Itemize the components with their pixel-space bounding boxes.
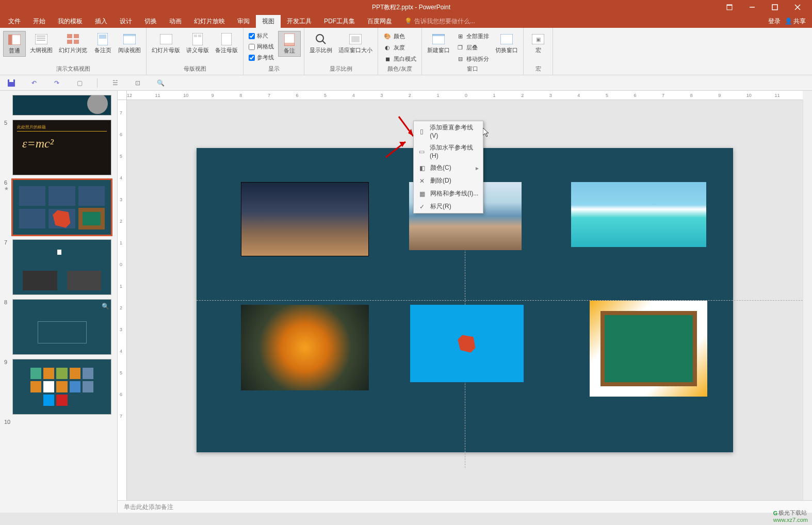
context-ruler[interactable]: ✓ 标尺(R) xyxy=(414,200,483,213)
notes-button[interactable]: 备注 xyxy=(278,31,301,57)
tab-transitions[interactable]: 切换 xyxy=(138,15,163,28)
ribbon: 普通 大纲视图 幻灯片浏览 备注页 阅读视图 演示文稿视图 xyxy=(0,28,812,75)
notes-page-button[interactable]: 备注页 xyxy=(91,31,114,56)
svg-rect-26 xyxy=(284,43,295,46)
context-add-horizontal-guide[interactable]: ▭ 添加水平参考线(H) xyxy=(414,141,483,161)
notes-placeholder: 单击此处添加备注 xyxy=(124,503,173,511)
slide-image-3[interactable] xyxy=(571,182,706,247)
slide-image-5[interactable] xyxy=(410,305,524,382)
macros-button[interactable]: ▣ 宏 xyxy=(527,31,549,56)
svg-point-27 xyxy=(316,35,323,42)
slide-image-6[interactable] xyxy=(590,301,707,397)
thumbnail-item[interactable]: 6★ xyxy=(0,177,117,237)
qat-button-2[interactable]: ⊡ xyxy=(133,78,143,88)
thumbnails-panel[interactable]: 5 此处照片的标题 ε=mc² 6★ 7 8 🔍 xyxy=(0,91,118,513)
sorter-view-button[interactable]: 幻灯片浏览 xyxy=(57,31,89,56)
tab-home[interactable]: 开始 xyxy=(27,15,52,28)
ribbon-group-window: 新建窗口 ⊞全部重排 ❐层叠 ⊟移动拆分 切换窗口 窗口 xyxy=(422,28,524,75)
login-link[interactable]: 登录 xyxy=(768,17,781,26)
thumbnail-item[interactable]: 8 🔍 xyxy=(0,297,117,357)
switch-window-button[interactable]: 切换窗口 xyxy=(493,31,520,56)
tab-file[interactable]: 文件 xyxy=(2,15,27,28)
tab-slideshow[interactable]: 幻灯片放映 xyxy=(188,15,231,28)
reading-view-icon xyxy=(123,33,136,45)
context-delete[interactable]: ✕ 删除(D) xyxy=(414,174,483,187)
tab-baidu[interactable]: 百度网盘 xyxy=(361,15,398,28)
reading-view-button[interactable]: 阅读视图 xyxy=(116,31,143,56)
slide-master-icon xyxy=(160,33,172,45)
maximize-button[interactable] xyxy=(765,1,785,13)
zoom-button[interactable]: 显示比例 xyxy=(307,31,334,56)
svg-rect-19 xyxy=(123,34,136,36)
svg-rect-1 xyxy=(727,5,732,6)
thumbnail-item[interactable]: 7 xyxy=(0,237,117,297)
notes-master-button[interactable]: 备注母版 xyxy=(213,31,240,56)
tellme-input[interactable]: 💡 告诉我您想要做什么... xyxy=(398,15,481,28)
start-slideshow-button[interactable]: ▢ xyxy=(74,78,85,88)
svg-marker-39 xyxy=(408,129,413,136)
undo-button[interactable]: ↶ xyxy=(29,78,39,88)
slide-image-4[interactable] xyxy=(241,305,369,390)
vertical-scrollbar[interactable] xyxy=(803,100,812,500)
notes-panel[interactable]: 单击此处添加备注 xyxy=(118,500,812,513)
share-button[interactable]: 👤 共享 xyxy=(785,17,806,26)
group-label: 宏 xyxy=(527,64,549,74)
tab-view[interactable]: 视图 xyxy=(256,15,281,28)
horizontal-guide[interactable] xyxy=(197,300,803,301)
cascade-button[interactable]: ❐层叠 xyxy=(454,42,491,53)
arrange-all-button[interactable]: ⊞全部重排 xyxy=(454,31,491,41)
tab-pdf[interactable]: PDF工具集 xyxy=(318,15,361,28)
tab-developer[interactable]: 开发工具 xyxy=(281,15,318,28)
svg-rect-37 xyxy=(9,79,13,82)
color-icon: 🎨 xyxy=(383,32,392,40)
macros-icon: ▣ xyxy=(532,33,544,45)
ruler-vertical[interactable]: 765432101234567 xyxy=(118,100,127,500)
group-label: 颜色/灰度 xyxy=(381,64,418,74)
svg-rect-7 xyxy=(12,35,21,45)
qat-button-3[interactable]: 🔍 xyxy=(155,78,166,88)
qat-button-1[interactable]: ☱ xyxy=(110,78,120,88)
grayscale-button[interactable]: ◐灰度 xyxy=(381,42,418,53)
slide-canvas[interactable]: ▯ 添加垂直参考线(V) ▭ 添加水平参考线(H) ◧ 颜色(C) ▸ ✕ xyxy=(127,100,803,500)
svg-line-38 xyxy=(399,117,413,136)
bulb-icon: 💡 xyxy=(404,18,412,25)
group-label: 演示文稿视图 xyxy=(3,64,143,74)
redo-button[interactable]: ↷ xyxy=(52,78,62,88)
bw-button[interactable]: ◼黑白模式 xyxy=(381,54,418,64)
minimize-button[interactable] xyxy=(742,1,762,13)
thumbnail-item[interactable]: 9 xyxy=(0,357,117,417)
fit-window-icon xyxy=(349,33,362,45)
fit-window-button[interactable]: 适应窗口大小 xyxy=(336,31,375,56)
zoom-icon xyxy=(315,33,327,45)
gridlines-checkbox[interactable]: 网格线 xyxy=(247,42,276,52)
color-mode-button[interactable]: 🎨颜色 xyxy=(381,31,418,41)
tab-templates[interactable]: 我的模板 xyxy=(52,15,89,28)
outline-view-button[interactable]: 大纲视图 xyxy=(28,31,55,56)
ruler-horizontal[interactable]: 1211109876543210123456789101112 xyxy=(127,91,803,100)
normal-view-button[interactable]: 普通 xyxy=(3,31,26,57)
guides-checkbox[interactable]: 参考线 xyxy=(247,53,276,62)
submenu-arrow-icon: ▸ xyxy=(476,165,479,172)
switch-window-icon xyxy=(500,33,513,45)
tab-insert[interactable]: 插入 xyxy=(89,15,113,28)
tab-review[interactable]: 审阅 xyxy=(231,15,256,28)
close-button[interactable] xyxy=(787,1,808,13)
svg-text:▣: ▣ xyxy=(536,37,541,42)
svg-rect-23 xyxy=(198,35,201,37)
thumbnail-item[interactable] xyxy=(0,93,117,118)
context-add-vertical-guide[interactable]: ▯ 添加垂直参考线(V) xyxy=(414,121,483,141)
ribbon-display-options[interactable] xyxy=(719,1,740,13)
slide-image-1[interactable] xyxy=(241,182,369,256)
tab-design[interactable]: 设计 xyxy=(113,15,138,28)
handout-master-button[interactable]: 讲义母版 xyxy=(184,31,211,56)
context-color[interactable]: ◧ 颜色(C) ▸ xyxy=(414,161,483,174)
thumbnail-item[interactable]: 5 此处照片的标题 ε=mc² xyxy=(0,118,117,177)
move-split-button[interactable]: ⊟移动拆分 xyxy=(454,54,491,64)
save-button[interactable] xyxy=(6,78,17,88)
thumbnail-item[interactable]: 10 xyxy=(0,417,117,427)
ruler-checkbox[interactable]: 标尺 xyxy=(247,31,276,41)
context-grid-guides[interactable]: ▦ 网格和参考线(I)... xyxy=(414,187,483,200)
new-window-button[interactable]: 新建窗口 xyxy=(425,31,452,56)
slide-master-button[interactable]: 幻灯片母版 xyxy=(150,31,182,56)
tab-animations[interactable]: 动画 xyxy=(163,15,188,28)
